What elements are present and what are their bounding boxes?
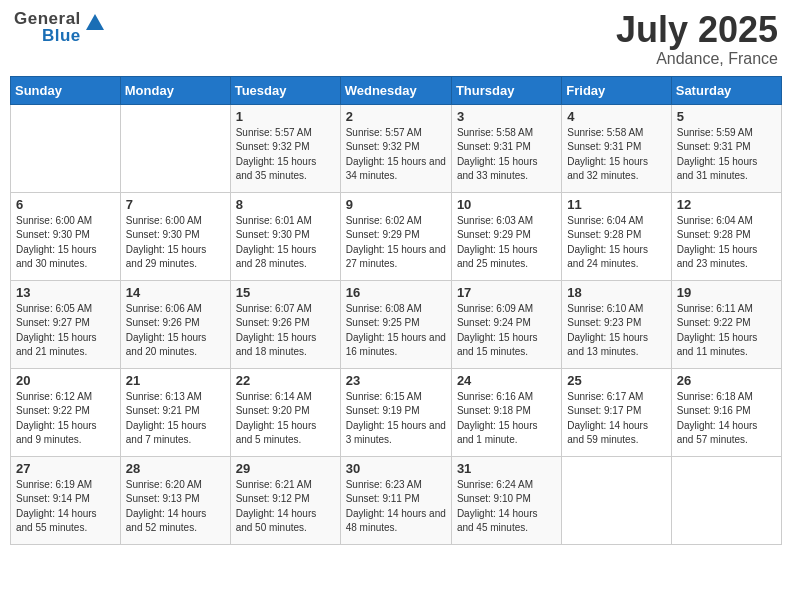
calendar-cell: 1Sunrise: 5:57 AM Sunset: 9:32 PM Daylig…: [230, 104, 340, 192]
calendar-cell: 21Sunrise: 6:13 AM Sunset: 9:21 PM Dayli…: [120, 368, 230, 456]
calendar-cell: 22Sunrise: 6:14 AM Sunset: 9:20 PM Dayli…: [230, 368, 340, 456]
calendar-cell: 16Sunrise: 6:08 AM Sunset: 9:25 PM Dayli…: [340, 280, 451, 368]
calendar-week-row: 27Sunrise: 6:19 AM Sunset: 9:14 PM Dayli…: [11, 456, 782, 544]
day-info: Sunrise: 6:21 AM Sunset: 9:12 PM Dayligh…: [236, 478, 335, 536]
calendar-cell: 4Sunrise: 5:58 AM Sunset: 9:31 PM Daylig…: [562, 104, 671, 192]
logo: General Blue: [14, 10, 106, 44]
calendar-cell: 6Sunrise: 6:00 AM Sunset: 9:30 PM Daylig…: [11, 192, 121, 280]
weekday-header: Tuesday: [230, 76, 340, 104]
month-title: July 2025: [616, 10, 778, 50]
day-number: 4: [567, 109, 665, 124]
weekday-header: Monday: [120, 76, 230, 104]
calendar-cell: 27Sunrise: 6:19 AM Sunset: 9:14 PM Dayli…: [11, 456, 121, 544]
calendar-cell: 20Sunrise: 6:12 AM Sunset: 9:22 PM Dayli…: [11, 368, 121, 456]
calendar-cell: [562, 456, 671, 544]
day-info: Sunrise: 6:06 AM Sunset: 9:26 PM Dayligh…: [126, 302, 225, 360]
day-info: Sunrise: 6:18 AM Sunset: 9:16 PM Dayligh…: [677, 390, 776, 448]
calendar-cell: 12Sunrise: 6:04 AM Sunset: 9:28 PM Dayli…: [671, 192, 781, 280]
day-number: 6: [16, 197, 115, 212]
calendar-table: SundayMondayTuesdayWednesdayThursdayFrid…: [10, 76, 782, 545]
day-number: 9: [346, 197, 446, 212]
day-number: 16: [346, 285, 446, 300]
day-info: Sunrise: 6:14 AM Sunset: 9:20 PM Dayligh…: [236, 390, 335, 448]
calendar-cell: 17Sunrise: 6:09 AM Sunset: 9:24 PM Dayli…: [451, 280, 561, 368]
day-info: Sunrise: 6:04 AM Sunset: 9:28 PM Dayligh…: [677, 214, 776, 272]
day-number: 28: [126, 461, 225, 476]
header-row: SundayMondayTuesdayWednesdayThursdayFrid…: [11, 76, 782, 104]
day-number: 1: [236, 109, 335, 124]
day-info: Sunrise: 6:08 AM Sunset: 9:25 PM Dayligh…: [346, 302, 446, 360]
calendar-cell: 26Sunrise: 6:18 AM Sunset: 9:16 PM Dayli…: [671, 368, 781, 456]
calendar-week-row: 13Sunrise: 6:05 AM Sunset: 9:27 PM Dayli…: [11, 280, 782, 368]
title-block: July 2025 Andance, France: [616, 10, 778, 68]
calendar-cell: 15Sunrise: 6:07 AM Sunset: 9:26 PM Dayli…: [230, 280, 340, 368]
day-info: Sunrise: 6:02 AM Sunset: 9:29 PM Dayligh…: [346, 214, 446, 272]
day-info: Sunrise: 6:00 AM Sunset: 9:30 PM Dayligh…: [126, 214, 225, 272]
calendar-cell: 19Sunrise: 6:11 AM Sunset: 9:22 PM Dayli…: [671, 280, 781, 368]
day-number: 2: [346, 109, 446, 124]
day-number: 13: [16, 285, 115, 300]
calendar-cell: 29Sunrise: 6:21 AM Sunset: 9:12 PM Dayli…: [230, 456, 340, 544]
day-info: Sunrise: 6:07 AM Sunset: 9:26 PM Dayligh…: [236, 302, 335, 360]
day-info: Sunrise: 6:12 AM Sunset: 9:22 PM Dayligh…: [16, 390, 115, 448]
day-info: Sunrise: 6:11 AM Sunset: 9:22 PM Dayligh…: [677, 302, 776, 360]
svg-marker-0: [86, 14, 104, 30]
calendar-cell: 25Sunrise: 6:17 AM Sunset: 9:17 PM Dayli…: [562, 368, 671, 456]
day-number: 25: [567, 373, 665, 388]
calendar-cell: 18Sunrise: 6:10 AM Sunset: 9:23 PM Dayli…: [562, 280, 671, 368]
day-info: Sunrise: 5:58 AM Sunset: 9:31 PM Dayligh…: [567, 126, 665, 184]
calendar-cell: 23Sunrise: 6:15 AM Sunset: 9:19 PM Dayli…: [340, 368, 451, 456]
day-number: 21: [126, 373, 225, 388]
day-info: Sunrise: 6:20 AM Sunset: 9:13 PM Dayligh…: [126, 478, 225, 536]
day-info: Sunrise: 6:04 AM Sunset: 9:28 PM Dayligh…: [567, 214, 665, 272]
day-info: Sunrise: 5:57 AM Sunset: 9:32 PM Dayligh…: [236, 126, 335, 184]
day-number: 3: [457, 109, 556, 124]
weekday-header: Wednesday: [340, 76, 451, 104]
calendar-cell: 5Sunrise: 5:59 AM Sunset: 9:31 PM Daylig…: [671, 104, 781, 192]
logo-general: General: [14, 10, 81, 27]
day-info: Sunrise: 6:16 AM Sunset: 9:18 PM Dayligh…: [457, 390, 556, 448]
location: Andance, France: [616, 50, 778, 68]
logo-blue: Blue: [42, 27, 81, 44]
day-info: Sunrise: 5:57 AM Sunset: 9:32 PM Dayligh…: [346, 126, 446, 184]
day-info: Sunrise: 6:10 AM Sunset: 9:23 PM Dayligh…: [567, 302, 665, 360]
day-number: 20: [16, 373, 115, 388]
calendar-cell: [671, 456, 781, 544]
calendar-cell: 30Sunrise: 6:23 AM Sunset: 9:11 PM Dayli…: [340, 456, 451, 544]
day-number: 10: [457, 197, 556, 212]
day-info: Sunrise: 5:59 AM Sunset: 9:31 PM Dayligh…: [677, 126, 776, 184]
day-number: 22: [236, 373, 335, 388]
day-number: 24: [457, 373, 556, 388]
day-number: 27: [16, 461, 115, 476]
weekday-header: Thursday: [451, 76, 561, 104]
day-number: 14: [126, 285, 225, 300]
day-info: Sunrise: 6:09 AM Sunset: 9:24 PM Dayligh…: [457, 302, 556, 360]
day-number: 11: [567, 197, 665, 212]
calendar-cell: 11Sunrise: 6:04 AM Sunset: 9:28 PM Dayli…: [562, 192, 671, 280]
weekday-header: Friday: [562, 76, 671, 104]
calendar-cell: 13Sunrise: 6:05 AM Sunset: 9:27 PM Dayli…: [11, 280, 121, 368]
calendar-cell: 31Sunrise: 6:24 AM Sunset: 9:10 PM Dayli…: [451, 456, 561, 544]
day-number: 31: [457, 461, 556, 476]
day-number: 7: [126, 197, 225, 212]
day-number: 17: [457, 285, 556, 300]
day-info: Sunrise: 6:00 AM Sunset: 9:30 PM Dayligh…: [16, 214, 115, 272]
calendar-cell: 7Sunrise: 6:00 AM Sunset: 9:30 PM Daylig…: [120, 192, 230, 280]
day-info: Sunrise: 6:03 AM Sunset: 9:29 PM Dayligh…: [457, 214, 556, 272]
weekday-header: Sunday: [11, 76, 121, 104]
calendar-cell: 3Sunrise: 5:58 AM Sunset: 9:31 PM Daylig…: [451, 104, 561, 192]
day-info: Sunrise: 5:58 AM Sunset: 9:31 PM Dayligh…: [457, 126, 556, 184]
day-number: 18: [567, 285, 665, 300]
day-info: Sunrise: 6:05 AM Sunset: 9:27 PM Dayligh…: [16, 302, 115, 360]
day-info: Sunrise: 6:15 AM Sunset: 9:19 PM Dayligh…: [346, 390, 446, 448]
day-number: 29: [236, 461, 335, 476]
calendar-cell: 2Sunrise: 5:57 AM Sunset: 9:32 PM Daylig…: [340, 104, 451, 192]
calendar-cell: [11, 104, 121, 192]
page-header: General Blue July 2025 Andance, France: [10, 10, 782, 68]
day-info: Sunrise: 6:13 AM Sunset: 9:21 PM Dayligh…: [126, 390, 225, 448]
weekday-header: Saturday: [671, 76, 781, 104]
calendar-cell: 9Sunrise: 6:02 AM Sunset: 9:29 PM Daylig…: [340, 192, 451, 280]
calendar-cell: 24Sunrise: 6:16 AM Sunset: 9:18 PM Dayli…: [451, 368, 561, 456]
day-number: 8: [236, 197, 335, 212]
calendar-week-row: 20Sunrise: 6:12 AM Sunset: 9:22 PM Dayli…: [11, 368, 782, 456]
